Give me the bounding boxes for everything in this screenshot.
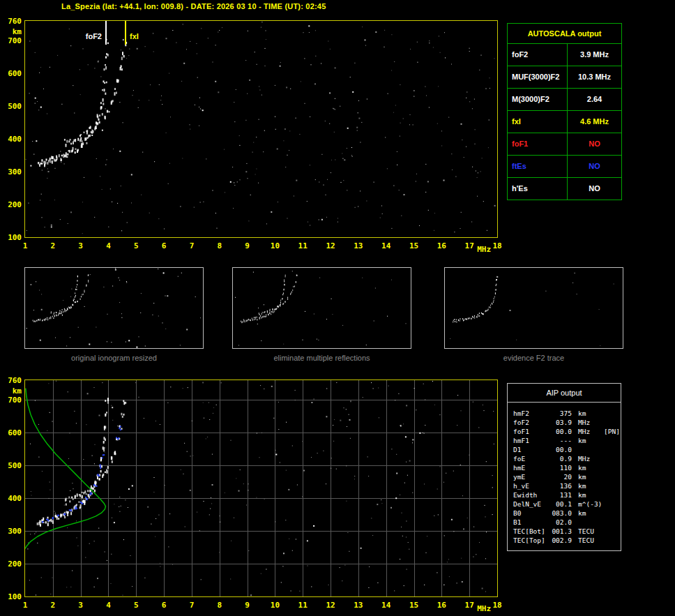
aip-table-title: AIP output — [508, 384, 621, 402]
thumbnail-evidence-f2-plot — [445, 268, 623, 348]
autoscala-param-name: h'Es — [508, 178, 568, 200]
autoscala-window: La_Spezia (lat: +44.1, lon: 009.8) - DAT… — [0, 0, 675, 616]
x-tick-label: 5 — [128, 601, 144, 610]
x-tick-label: 10 — [266, 241, 283, 250]
aip-unit: MHz — [572, 418, 604, 427]
y-tick-label: 600 — [3, 428, 22, 437]
thumbnail-original-ionogram — [24, 267, 204, 349]
aip-unit: TECU — [572, 536, 604, 545]
aip-value: 00.1 — [548, 499, 572, 509]
x-tick-label: 11 — [294, 241, 311, 250]
noise-dots — [27, 381, 494, 596]
autoscala-row: foF23.9 MHz — [508, 44, 621, 66]
thumbnail-caption-eliminate: eliminate multiple reflections — [232, 354, 411, 362]
autoscala-param-name: ftEs — [508, 156, 568, 177]
aip-value: 02.0 — [548, 518, 572, 527]
y-tick-label: 600 — [3, 69, 22, 78]
autoscala-param-name: foF1 — [508, 133, 568, 155]
x-tick-label: 17 — [461, 241, 478, 250]
ionogram-trace — [33, 274, 89, 322]
aip-name: D1 — [513, 445, 548, 454]
aip-unit — [572, 518, 604, 527]
autoscala-row: M(3000)F22.64 — [508, 89, 621, 111]
y-tick-label: 700 — [3, 36, 22, 45]
x-tick-label: 12 — [322, 601, 339, 610]
x-tick-label: 13 — [350, 601, 367, 610]
thumbnail-caption-evidence: evidence F2 trace — [444, 354, 623, 362]
x-tick-label: 4 — [100, 241, 116, 250]
aip-name: hmE — [513, 463, 548, 472]
y-tick-label: 400 — [3, 494, 22, 503]
aip-extra — [604, 472, 621, 481]
aip-extra — [604, 536, 621, 545]
aip-row: hmF2375km — [508, 409, 621, 418]
grid-lines — [25, 380, 497, 596]
aip-extra — [604, 527, 621, 536]
x-tick-label: 16 — [433, 601, 450, 610]
aip-extra — [604, 509, 621, 518]
aip-value: 136 — [548, 481, 572, 490]
aip-value: 00.0 — [548, 427, 572, 436]
aip-row: B102.0 — [508, 518, 621, 527]
x-tick-label: 8 — [211, 241, 228, 250]
aip-name: DelN_vE — [513, 499, 548, 509]
aip-row: ymE20km — [508, 472, 621, 481]
aip-extra — [604, 445, 621, 454]
x-tick-label: 9 — [239, 241, 256, 250]
x-tick-label: 8 — [211, 601, 228, 610]
aip-name: foE — [513, 454, 548, 463]
aip-name: B0 — [513, 509, 548, 518]
y-tick-label: 400 — [3, 135, 22, 144]
x-tick-label: 18 — [489, 601, 506, 610]
foF2-marker-label: foF2 — [86, 32, 102, 40]
thumbnail-original-plot — [25, 268, 203, 348]
fxI-marker-line — [125, 21, 126, 45]
ionogram-plot-main: foF2fxI — [25, 21, 497, 237]
y-tick-label: 300 — [3, 527, 22, 536]
ionogram-plot-profile — [25, 380, 497, 596]
noise-dots — [450, 273, 614, 346]
y-tick-label: 200 — [3, 559, 22, 569]
aip-name: hmF1 — [513, 436, 548, 445]
aip-value: --- — [548, 436, 572, 445]
aip-name: B1 — [513, 518, 548, 527]
ionogram-trace — [453, 276, 498, 323]
aip-row: foF203.9MHz — [508, 418, 621, 427]
y-tick-label: 700 — [3, 396, 22, 405]
y-tick-label: 500 — [3, 461, 22, 470]
autoscala-param-value: NO — [568, 178, 621, 200]
aip-name: TEC[Bot] — [513, 527, 548, 536]
noise-dots — [26, 268, 201, 348]
aip-row: hmF1---km — [508, 436, 621, 445]
x-tick-label: 3 — [73, 601, 89, 610]
aip-row: D100.0 — [508, 445, 621, 454]
autoscala-param-value: 10.3 MHz — [568, 66, 621, 88]
thumbnail-evidence-f2 — [444, 267, 623, 349]
x-tick-label: 16 — [433, 241, 450, 250]
aip-value: 0.9 — [548, 454, 572, 463]
autoscala-row: foF1NO — [508, 133, 621, 156]
x-tick-label: 13 — [350, 241, 367, 250]
aip-output-table: AIP output hmF2375kmfoF203.9MHzfoF100.0M… — [507, 383, 621, 551]
x-tick-label: 4 — [100, 601, 116, 610]
x-tick-label: 17 — [461, 601, 478, 610]
y-tick-label: 300 — [3, 167, 22, 176]
ionogram-panel-profile — [24, 380, 498, 597]
aip-unit: km — [572, 463, 604, 472]
x-tick-label: 10 — [266, 601, 283, 610]
aip-unit: TECU — [572, 527, 604, 536]
aip-unit: m^(-3) — [572, 499, 604, 509]
aip-name: foF1 — [513, 427, 548, 436]
aip-value: 083.0 — [548, 509, 572, 518]
aip-name: ymE — [513, 472, 548, 481]
autoscala-param-value: NO — [568, 133, 621, 155]
x-tick-label: 7 — [183, 241, 200, 250]
y-tick-label: 760 — [3, 17, 22, 26]
aip-name: Ewidth — [513, 490, 548, 499]
y-tick-label: 500 — [3, 102, 22, 111]
autoscala-param-value: NO — [568, 156, 621, 177]
aip-extra — [604, 409, 621, 418]
x-tick-label: 15 — [406, 601, 423, 610]
aip-name: TEC[Top] — [513, 536, 548, 545]
aip-unit: km — [572, 481, 604, 490]
